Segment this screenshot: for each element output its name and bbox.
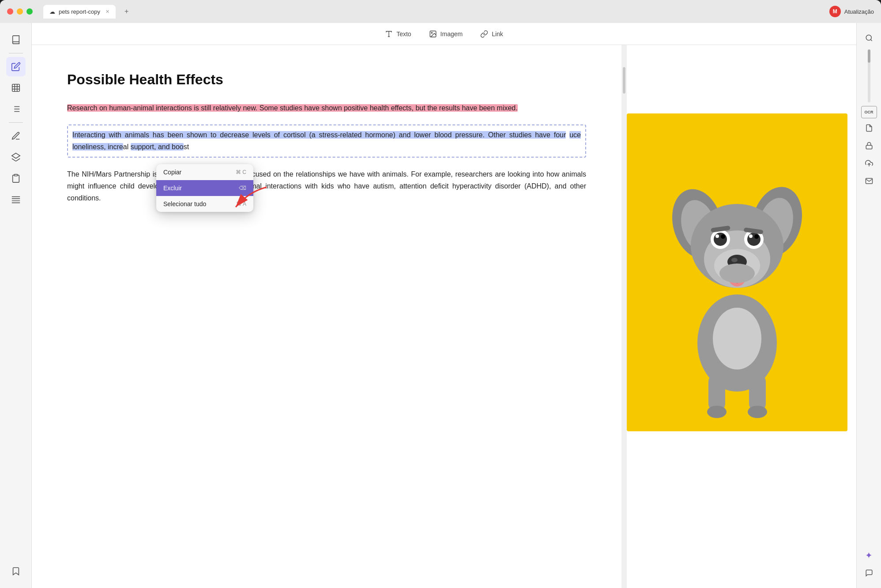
right-mail-icon[interactable] (861, 173, 877, 189)
delete-shortcut: ⌫ (239, 185, 246, 191)
toolbar-link[interactable]: Link (480, 30, 503, 38)
svg-line-49 (870, 39, 872, 41)
svg-point-43 (713, 308, 761, 369)
svg-point-30 (721, 234, 725, 239)
app-body: Texto Imagem Link (0, 23, 881, 588)
top-toolbar: Texto Imagem Link (32, 23, 856, 45)
right-ocr-icon[interactable]: OCR (861, 106, 877, 118)
image-area (627, 45, 856, 588)
sidebar-icon-layers[interactable] (6, 147, 26, 167)
svg-point-33 (749, 234, 753, 238)
svg-point-46 (707, 406, 727, 418)
paragraph-2: Interacting with animals has been shown … (72, 129, 581, 153)
right-sidebar: OCR (856, 23, 881, 588)
minimize-button[interactable] (17, 8, 23, 15)
svg-rect-50 (866, 145, 872, 149)
select-all-label: Selecionar tudo (163, 200, 206, 207)
middle-scrollbar[interactable] (621, 45, 627, 588)
svg-rect-0 (12, 84, 19, 92)
username-label: Atualização (844, 8, 874, 15)
right-sparkle-icon[interactable]: ✦ (861, 547, 877, 563)
right-scrollbar[interactable] (868, 49, 870, 102)
blue-highlighted-text-3: support, and boo (131, 143, 184, 151)
context-menu-select-all[interactable]: Selecionar tudo ⌘ A (156, 196, 253, 212)
svg-point-32 (715, 234, 719, 238)
sidebar-icon-table[interactable] (6, 78, 26, 98)
copy-label: Copiar (163, 169, 181, 176)
context-menu: Copiar ⌘ C Excluir ⌫ Selecionar tudo ⌘ A (156, 164, 253, 212)
highlighted-paragraph-1: Research on human-animal interactions is… (67, 104, 518, 112)
svg-point-41 (719, 264, 755, 283)
right-scrollbar-thumb[interactable] (868, 49, 870, 63)
svg-point-47 (748, 406, 767, 418)
tab-close-button[interactable]: ✕ (105, 9, 109, 15)
new-tab-button[interactable]: + (124, 8, 128, 15)
close-button[interactable] (7, 8, 13, 15)
blue-highlighted-text: Interacting with animals has been shown … (72, 131, 566, 139)
right-search-icon[interactable] (861, 30, 877, 46)
copy-shortcut: ⌘ C (236, 169, 246, 175)
svg-rect-14 (14, 174, 17, 176)
scrollbar-thumb[interactable] (623, 67, 625, 94)
paragraph-1: Research on human-animal interactions is… (67, 102, 586, 114)
user-section: M Atualização (829, 6, 874, 17)
toolbar-text-label: Texto (396, 30, 411, 38)
svg-point-29 (747, 233, 761, 246)
document-area[interactable]: Possible Health Effects Research on huma… (32, 45, 621, 588)
context-menu-copy[interactable]: Copiar ⌘ C (156, 164, 253, 180)
right-chat-icon[interactable] (861, 565, 877, 581)
svg-point-28 (714, 233, 727, 246)
svg-point-48 (866, 35, 871, 40)
tab-label: pets report-copy (59, 8, 100, 15)
doc-title: Possible Health Effects (67, 72, 586, 88)
dog-image (627, 113, 847, 431)
sidebar-divider-2 (9, 122, 23, 123)
toolbar-image[interactable]: Imagem (429, 30, 463, 38)
sidebar-icon-clipboard[interactable] (6, 169, 26, 188)
traffic-lights (7, 8, 33, 15)
sidebar-icon-bookmark[interactable] (6, 562, 26, 581)
context-menu-delete[interactable]: Excluir ⌫ (156, 180, 253, 196)
svg-point-31 (754, 234, 759, 239)
sidebar-icon-stack[interactable] (6, 190, 26, 209)
toolbar-text[interactable]: Texto (385, 30, 411, 38)
maximize-button[interactable] (26, 8, 33, 15)
toolbar-link-label: Link (492, 30, 503, 38)
select-all-shortcut: ⌘ A (236, 201, 246, 207)
tab[interactable]: ☁ pets report-copy ✕ (43, 5, 116, 19)
paragraph-3: The NIH/Mars Partnership is funding a ra… (67, 168, 586, 204)
svg-line-13 (16, 158, 20, 161)
sidebar-icon-book[interactable] (6, 30, 26, 49)
sidebar-divider-1 (9, 53, 23, 53)
svg-line-12 (11, 158, 15, 161)
right-upload-icon[interactable] (861, 155, 877, 171)
sidebar-icon-list[interactable] (6, 99, 26, 119)
right-file-icon[interactable] (861, 120, 877, 136)
right-lock-icon[interactable] (861, 138, 877, 154)
selected-block[interactable]: Interacting with animals has been shown … (67, 124, 586, 157)
tab-icon: ☁ (49, 8, 55, 15)
user-avatar: M (829, 6, 841, 17)
left-sidebar (0, 23, 32, 588)
svg-point-36 (731, 258, 738, 262)
svg-marker-11 (11, 153, 19, 158)
sidebar-icon-edit[interactable] (6, 57, 26, 76)
titlebar: ☁ pets report-copy ✕ + M Atualização (0, 0, 881, 23)
text-partial-2: st (184, 143, 189, 151)
delete-label: Excluir (163, 185, 182, 192)
sidebar-icon-pen[interactable] (6, 126, 26, 146)
svg-point-18 (431, 32, 432, 33)
toolbar-image-label: Imagem (440, 30, 463, 38)
content-area: Possible Health Effects Research on huma… (32, 45, 856, 588)
text-partial-1: al (123, 143, 128, 151)
